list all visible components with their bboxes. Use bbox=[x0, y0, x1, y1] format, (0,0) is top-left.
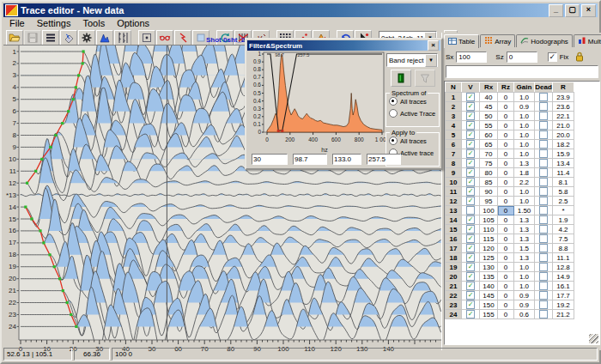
close-button[interactable]: × bbox=[581, 4, 596, 17]
cell-r[interactable]: 2.5 bbox=[553, 197, 574, 206]
cell-n[interactable]: 8 bbox=[446, 159, 462, 168]
cell-n[interactable]: 1 bbox=[446, 93, 462, 102]
cell-rx[interactable]: 150 bbox=[480, 300, 498, 310]
column-header-n[interactable]: N bbox=[446, 82, 462, 93]
band-freq-2-input[interactable] bbox=[293, 154, 327, 165]
column-header-v[interactable]: V bbox=[462, 82, 480, 93]
dead-checkbox[interactable] bbox=[539, 225, 548, 234]
chevron-down-icon[interactable]: ▼ bbox=[425, 54, 437, 67]
cell-gain[interactable]: 1.0 bbox=[514, 121, 535, 130]
cell-v[interactable]: ✓ bbox=[462, 215, 480, 225]
cell-rz[interactable]: 0 bbox=[498, 310, 514, 319]
dialog-title-bar[interactable]: Filter&Spectrum × bbox=[247, 40, 440, 51]
radio-icon[interactable] bbox=[389, 109, 398, 118]
cell-dead[interactable] bbox=[535, 272, 553, 282]
v-checkbox[interactable]: ✓ bbox=[466, 159, 475, 167]
cell-rz[interactable]: 0 bbox=[498, 140, 514, 149]
cell-dead[interactable] bbox=[535, 282, 553, 291]
cell-rx[interactable]: 100 bbox=[480, 206, 498, 215]
tab-hodographs[interactable]: Hodographs bbox=[516, 34, 573, 47]
cell-dead[interactable] bbox=[535, 234, 553, 244]
cell-rz[interactable]: 0 bbox=[498, 112, 514, 121]
cell-rx[interactable]: 155 bbox=[480, 310, 498, 319]
cell-rx[interactable]: 60 bbox=[480, 130, 498, 140]
cell-n[interactable]: 12 bbox=[446, 197, 462, 206]
cell-rx[interactable]: 145 bbox=[480, 291, 498, 300]
cell-gain[interactable]: 0.6 bbox=[514, 310, 535, 319]
v-checkbox[interactable]: ✓ bbox=[466, 300, 475, 309]
fix-checkbox[interactable]: ✓ bbox=[548, 52, 557, 62]
cell-gain[interactable]: 1.0 bbox=[514, 187, 535, 197]
column-header-rx[interactable]: Rx bbox=[480, 82, 498, 93]
pick-marker[interactable] bbox=[40, 158, 43, 161]
cell-dead[interactable] bbox=[535, 300, 553, 310]
v-checkbox[interactable] bbox=[466, 206, 475, 215]
cell-n[interactable]: 18 bbox=[446, 253, 462, 263]
cell-n[interactable]: 11 bbox=[446, 187, 462, 197]
dead-checkbox[interactable] bbox=[539, 130, 548, 139]
dead-checkbox[interactable] bbox=[539, 282, 548, 290]
cell-rz[interactable]: 0 bbox=[498, 263, 514, 272]
cell-v[interactable]: ✓ bbox=[462, 121, 480, 130]
v-checkbox[interactable]: ✓ bbox=[466, 102, 475, 111]
cell-n[interactable]: 14 bbox=[446, 215, 462, 225]
pick-marker[interactable] bbox=[48, 253, 51, 256]
cell-dead[interactable] bbox=[535, 225, 553, 234]
spectrum-view-button[interactable] bbox=[96, 30, 113, 46]
cell-v[interactable]: ✓ bbox=[462, 168, 480, 178]
cell-n[interactable]: 3 bbox=[446, 112, 462, 121]
tab-array[interactable]: Array bbox=[480, 34, 515, 47]
cell-v[interactable]: ✓ bbox=[462, 149, 480, 159]
cell-dead[interactable] bbox=[535, 178, 553, 187]
cell-r[interactable]: 19.2 bbox=[553, 300, 574, 310]
cell-v[interactable]: ✓ bbox=[462, 93, 480, 102]
dead-checkbox[interactable] bbox=[539, 178, 548, 186]
cell-rz[interactable]: 0 bbox=[498, 253, 514, 263]
v-checkbox[interactable]: ✓ bbox=[466, 197, 475, 205]
cell-r[interactable]: 5.8 bbox=[553, 187, 574, 197]
dead-checkbox[interactable] bbox=[539, 291, 548, 300]
cell-rx[interactable]: 70 bbox=[480, 149, 498, 159]
cell-gain[interactable]: 1.8 bbox=[514, 168, 535, 178]
apply-filter-button[interactable] bbox=[391, 70, 411, 87]
cell-n[interactable]: 15 bbox=[446, 225, 462, 234]
erase-mode-button[interactable] bbox=[60, 30, 77, 46]
cell-gain[interactable]: 1.0 bbox=[514, 93, 535, 102]
cell-n[interactable]: 2 bbox=[446, 102, 462, 112]
cell-r[interactable]: 11.4 bbox=[553, 168, 574, 178]
cell-rz[interactable]: 0 bbox=[498, 272, 514, 282]
cell-rx[interactable]: 130 bbox=[480, 263, 498, 272]
cell-gain[interactable]: 1.0 bbox=[514, 130, 535, 140]
cell-r[interactable]: 20.0 bbox=[553, 130, 574, 140]
cell-v[interactable]: ✓ bbox=[462, 234, 480, 244]
dead-checkbox[interactable] bbox=[539, 272, 548, 281]
cell-gain[interactable]: 0.9 bbox=[514, 291, 535, 300]
cell-v[interactable]: ✓ bbox=[462, 178, 480, 187]
dead-checkbox[interactable] bbox=[539, 263, 548, 271]
cell-v[interactable]: ✓ bbox=[462, 112, 480, 121]
cell-dead[interactable] bbox=[535, 121, 553, 130]
cell-rx[interactable]: 140 bbox=[480, 282, 498, 291]
dead-checkbox[interactable] bbox=[539, 159, 548, 167]
cell-gain[interactable]: 1.3 bbox=[514, 225, 535, 234]
cell-dead[interactable] bbox=[535, 244, 553, 253]
cell-gain[interactable]: 1.5 bbox=[514, 244, 535, 253]
resize-grip[interactable] bbox=[589, 334, 598, 343]
pick-marker[interactable] bbox=[70, 313, 72, 316]
cell-v[interactable]: ✓ bbox=[462, 282, 480, 291]
cell-rx[interactable]: 110 bbox=[480, 225, 498, 234]
cell-rx[interactable]: 80 bbox=[480, 168, 498, 178]
cell-dead[interactable] bbox=[535, 197, 553, 206]
cell-n[interactable]: 5 bbox=[446, 130, 462, 140]
cell-rz[interactable]: 0 bbox=[498, 93, 514, 102]
filter-type-select[interactable]: Band reject ▼ bbox=[386, 53, 438, 67]
cell-rz[interactable]: 0 bbox=[498, 215, 514, 225]
dead-checkbox[interactable] bbox=[539, 112, 548, 120]
band-edge-marker[interactable] bbox=[277, 130, 280, 132]
cell-v[interactable]: ✓ bbox=[462, 159, 480, 168]
cell-r[interactable]: 8.8 bbox=[553, 244, 574, 253]
dead-checkbox[interactable] bbox=[539, 149, 548, 158]
cell-n[interactable]: 21 bbox=[446, 282, 462, 291]
cell-rx[interactable]: 55 bbox=[480, 121, 498, 130]
cell-n[interactable]: 19 bbox=[446, 263, 462, 272]
